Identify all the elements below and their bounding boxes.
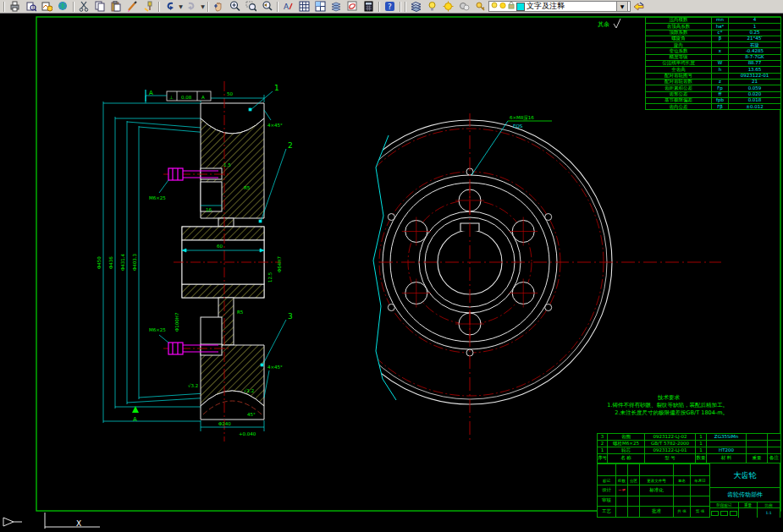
pencil-edit-icon[interactable]: [124, 0, 141, 13]
named-views-icon[interactable]: [345, 0, 361, 13]
sun-icon[interactable]: [440, 0, 456, 13]
dim-label: 4×45°: [267, 365, 283, 370]
dim-label: 50: [227, 91, 233, 96]
undo-dropdown-arrow[interactable]: ▼: [178, 0, 184, 13]
dim-label: Φ450: [96, 256, 102, 269]
gear-section-geometry: [182, 103, 264, 420]
plot-icon[interactable]: [39, 0, 55, 13]
part-name: 大齿轮: [710, 463, 780, 488]
print-icon[interactable]: [7, 0, 23, 13]
bolt-leader: [159, 180, 168, 193]
table-row: 工艺 批准 共 张 第 张: [598, 506, 710, 517]
table-row: 齿形公差ff0.020: [646, 91, 781, 97]
weight-label: 重量: [739, 502, 758, 507]
toolbar-separator: [400, 2, 401, 12]
toolbar-separator: [207, 2, 209, 12]
printer-state-icon[interactable]: [456, 0, 472, 13]
scale-value: 1:1: [758, 508, 780, 518]
redo-dropdown-arrow[interactable]: ▼: [200, 0, 206, 13]
print-preview-icon[interactable]: [23, 0, 39, 13]
dim-label: Φ64H7: [277, 256, 282, 272]
balloon-1: 1: [274, 84, 279, 92]
redo-icon[interactable]: [184, 0, 200, 13]
balloon-2: 2: [288, 141, 293, 150]
stage-label: 阶段标记: [710, 502, 739, 507]
layer-dropdown-arrow[interactable]: ▼: [616, 1, 628, 12]
copy-icon[interactable]: [92, 0, 108, 13]
table-row: 全齿高h13.65: [646, 67, 781, 73]
table-row: 配对齿轮齿数z21: [646, 79, 781, 85]
ucs-icon: [3, 513, 100, 529]
match-properties-icon[interactable]: [141, 0, 157, 13]
zoom-realtime-icon[interactable]: [227, 0, 243, 13]
bottom-dim: [201, 420, 264, 431]
front-view: 6×M8深16 EQS: [296, 101, 721, 442]
pan-hand-icon[interactable]: [211, 0, 227, 13]
dim-label: Φ436: [108, 256, 113, 269]
table-grid-icon[interactable]: [296, 0, 312, 13]
section-label: A: [149, 90, 153, 96]
front-centerlines: [379, 113, 721, 442]
gdt-symbol: ⊥: [169, 95, 174, 100]
hole-note: 6×M8深16: [510, 115, 534, 121]
cell-grid-icon[interactable]: [312, 0, 328, 13]
technical-notes: 技术要求 1.铸件不得有砂眼、裂纹等缺陷，装配后精加工。 2.未注长度尺寸的极限…: [508, 394, 728, 417]
undo-icon[interactable]: [162, 0, 178, 13]
zoom-previous-icon[interactable]: [259, 0, 275, 13]
title-block: 3齿圈0923122-LJ-021ZG35SiMn 2螺栓M6×25GB/T 5…: [597, 433, 780, 511]
table-row: 螺旋角β21°45′: [646, 36, 781, 41]
signature-block: 标记 处数 分区 更改文件号 签名 年月日 设计 ~≠ 标准化: [597, 463, 710, 518]
assembly-name: 齿轮传动部件: [710, 488, 780, 502]
surface-note-label: 其余: [598, 21, 609, 28]
publish-icon[interactable]: [55, 0, 71, 13]
surface-finish-note: 其余: [598, 19, 620, 28]
toolbar-separator: [378, 2, 380, 12]
layer-on-icon[interactable]: [491, 2, 498, 11]
layer-freeze-icon[interactable]: [499, 2, 506, 11]
dim-label: R5: [237, 310, 244, 315]
calculator-icon[interactable]: [361, 0, 377, 13]
chamfer-leader: [264, 110, 271, 120]
text-style-icon[interactable]: A: [280, 0, 296, 13]
lock-icon[interactable]: [472, 0, 488, 13]
toolbar: ▼ ▼ A ? 文字及注释 ▼: [0, 0, 783, 14]
svg-text:?: ?: [388, 3, 392, 11]
note-line: 2.未注长度尺寸的极限偏差按GB/T 1804-m。: [508, 409, 728, 417]
help-icon[interactable]: ?: [382, 0, 398, 13]
layer-dropdown[interactable]: 文字及注释 ▼: [488, 1, 631, 12]
table-row: 齿顶高系数ha*1: [646, 24, 781, 30]
parts-row: 2螺栓M6×25GB/T 5782-20001: [598, 441, 781, 447]
table-row: 配对齿轮图号0923122-01: [646, 73, 781, 79]
layer-color-swatch[interactable]: [516, 3, 525, 11]
zoom-window-icon[interactable]: [243, 0, 259, 13]
scale-label: 比例: [758, 502, 780, 507]
cut-icon[interactable]: [76, 0, 92, 13]
hole-callout: 6×M8深16 EQS: [471, 115, 552, 175]
layer-previous-icon[interactable]: [631, 0, 647, 13]
balloon-3: 3: [288, 312, 293, 321]
table-row: 审核: [598, 496, 710, 506]
toolbar-separator: [277, 2, 278, 12]
dim-label: M6×25: [149, 195, 166, 200]
paste-icon[interactable]: [108, 0, 124, 13]
dim-label: 12.5: [267, 271, 273, 282]
chamfer-leader: [264, 370, 269, 398]
layer-stack-icon[interactable]: [408, 0, 424, 13]
layer-lock-icon[interactable]: [508, 2, 515, 11]
layer-dropdown-value[interactable]: 文字及注释: [527, 1, 615, 12]
bolt-leader: [159, 335, 168, 343]
dim-label: 4×45°: [267, 123, 283, 128]
dim-label: 1.5: [223, 162, 231, 167]
eqs-note: EQS: [513, 123, 523, 129]
stage-header-strip: 阶段标记 重量 比例: [710, 502, 780, 507]
title-block-names: 大齿轮 齿轮传动部件 阶段标记 重量 比例 1:1: [710, 463, 780, 518]
bulb-icon[interactable]: [424, 0, 440, 13]
svg-text:A: A: [284, 3, 289, 11]
toolbar-separator: [158, 2, 160, 12]
roughness-label: √3.2: [188, 383, 198, 388]
gdt-datum: A: [201, 95, 205, 100]
parts-row: 1轮芯0923122-LJ-011HT200: [598, 447, 781, 454]
dim-label: Φ240: [218, 421, 231, 426]
note-line: 1.铸件不得有砂眼、裂纹等缺陷，装配后精加工。: [508, 402, 728, 409]
wave-stack-icon[interactable]: [328, 0, 345, 13]
